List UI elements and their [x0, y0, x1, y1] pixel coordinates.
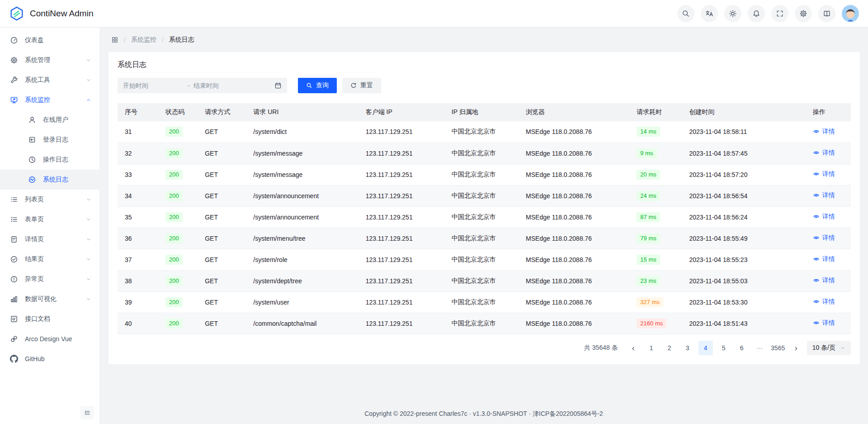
cell-actions: 详情	[806, 206, 851, 228]
breadcrumb: / 系统监控 / 系统日志	[99, 28, 868, 52]
menu-fold-icon	[84, 409, 91, 416]
search-icon	[682, 10, 690, 18]
pagination-page-button[interactable]: 5	[717, 341, 731, 355]
sidebar-item-system-management[interactable]: 系统管理	[0, 50, 99, 70]
chevron-down-icon	[86, 197, 91, 202]
sidebar-item-online-users[interactable]: 在线用户	[0, 110, 99, 130]
detail-link[interactable]: 详情	[813, 149, 835, 157]
eye-icon	[813, 234, 820, 241]
pagination-page-button[interactable]: 2	[662, 341, 677, 355]
sidebar-item-list-page[interactable]: 列表页	[0, 190, 99, 210]
detail-link[interactable]: 详情	[813, 234, 835, 242]
sidebar-item-label: 在线用户	[43, 116, 91, 124]
col-method: 请求方式	[198, 103, 246, 121]
translate-icon	[705, 10, 713, 18]
detail-link[interactable]: 详情	[813, 276, 835, 285]
cell-created: 2023-11-04 18:55:49	[682, 228, 805, 249]
detail-link[interactable]: 详情	[813, 170, 835, 178]
brand-logo[interactable]: ContiNew Admin	[9, 6, 93, 21]
pagination-page-button[interactable]: 6	[735, 341, 749, 355]
calendar-icon[interactable]	[274, 82, 282, 89]
translate-button[interactable]	[701, 5, 718, 22]
sidebar-item-api-docs[interactable]: 接口文档	[0, 309, 99, 329]
cell-browser: MSEdge 118.0.2088.76	[519, 249, 629, 270]
table-row: 37 200 GET /system/role 123.117.129.251 …	[118, 249, 851, 270]
notification-button[interactable]	[748, 5, 765, 22]
status-badge: 200	[165, 212, 183, 222]
end-time-input[interactable]	[193, 82, 271, 89]
sidebar-item-label: 列表页	[25, 195, 79, 204]
document-icon	[10, 235, 18, 243]
sidebar-item-arco-design-vue[interactable]: Arco Design Vue	[0, 329, 99, 349]
sidebar-item-label: 表单页	[25, 215, 79, 224]
page-size-value: 10 条/页	[812, 344, 835, 352]
content-spacer	[99, 364, 868, 410]
search-button[interactable]	[677, 5, 694, 22]
reset-button[interactable]: 重置	[342, 78, 381, 93]
user-avatar[interactable]	[842, 5, 859, 22]
sidebar-item-github[interactable]: GitHub	[0, 349, 99, 369]
sidebar-item-form-page[interactable]: 表单页	[0, 210, 99, 229]
sidebar-item-exception-page[interactable]: 异常页	[0, 269, 99, 289]
breadcrumb-item[interactable]: 系统监控	[131, 36, 156, 44]
theme-toggle-button[interactable]	[724, 5, 741, 22]
sidebar-item-operation-log[interactable]: 操作日志	[0, 150, 99, 170]
table-row: 38 200 GET /system/dept/tree 123.117.129…	[118, 270, 851, 291]
status-badge: 200	[165, 255, 183, 265]
cell-duration: 79 ms	[629, 228, 682, 249]
cell-client-ip: 123.117.129.251	[359, 228, 444, 249]
cell-seq: 34	[118, 185, 158, 206]
cell-method: GET	[198, 228, 246, 249]
page-size-select[interactable]: 10 条/页	[807, 341, 851, 355]
pagination-page-button[interactable]: 3	[680, 341, 695, 355]
sidebar-item-system-log[interactable]: 系统日志	[0, 170, 99, 190]
notification-bell-icon	[752, 10, 760, 18]
cell-status: 200	[158, 121, 198, 143]
detail-link[interactable]: 详情	[813, 319, 835, 327]
settings-button[interactable]	[795, 5, 812, 22]
cell-seq: 37	[118, 249, 158, 270]
duration-badge: 327 ms	[637, 297, 663, 307]
date-range-picker[interactable]: -	[118, 78, 287, 93]
breadcrumb-home[interactable]	[111, 36, 118, 43]
detail-link[interactable]: 详情	[813, 213, 835, 221]
sidebar-item-result-page[interactable]: 结果页	[0, 249, 99, 269]
main-content: / 系统监控 / 系统日志 系统日志 -	[99, 28, 868, 424]
pagination-page-button[interactable]: ⋯	[753, 341, 767, 355]
cell-uri: /common/captcha/mail	[246, 313, 358, 334]
cell-duration: 15 ms	[629, 249, 682, 270]
fullscreen-button[interactable]	[771, 5, 788, 22]
user-icon	[28, 116, 36, 124]
detail-link[interactable]: 详情	[813, 298, 835, 306]
app-title: ContiNew Admin	[30, 9, 93, 19]
cell-actions: 详情	[806, 164, 851, 185]
sidebar-item-login-log[interactable]: 登录日志	[0, 130, 99, 150]
sidebar-item-dashboard[interactable]: 仪表盘	[0, 30, 99, 50]
pagination-page-button[interactable]: 1	[644, 341, 659, 355]
detail-link[interactable]: 详情	[813, 191, 835, 200]
cell-client-ip: 123.117.129.251	[359, 121, 444, 143]
search-button[interactable]: 查询	[298, 78, 337, 93]
pagination-page-button[interactable]: 3565	[771, 341, 785, 355]
detail-link[interactable]: 详情	[813, 128, 835, 136]
pagination-prev-button[interactable]: ‹	[626, 341, 641, 355]
start-time-input[interactable]	[123, 82, 184, 89]
detail-link[interactable]: 详情	[813, 255, 835, 263]
cell-method: GET	[198, 121, 246, 143]
cell-actions: 详情	[806, 291, 851, 313]
sidebar-item-data-visualization[interactable]: 数据可视化	[0, 289, 99, 309]
col-status: 状态码	[158, 103, 198, 121]
pagination-next-button[interactable]: ›	[789, 341, 803, 355]
sidebar-collapse-button[interactable]	[80, 406, 94, 419]
sidebar-item-detail-page[interactable]: 详情页	[0, 229, 99, 249]
pagination-page-button[interactable]: 4	[698, 341, 713, 355]
docs-button[interactable]	[818, 5, 835, 22]
col-ip-region: IP 归属地	[444, 103, 519, 121]
sidebar-item-system-monitor[interactable]: 系统监控	[0, 90, 99, 110]
sidebar-item-system-tools[interactable]: 系统工具	[0, 70, 99, 90]
cell-client-ip: 123.117.129.251	[359, 185, 444, 206]
cell-duration: 23 ms	[629, 270, 682, 291]
eye-icon	[813, 319, 820, 326]
cell-seq: 40	[118, 313, 158, 334]
fullscreen-icon	[776, 10, 784, 18]
